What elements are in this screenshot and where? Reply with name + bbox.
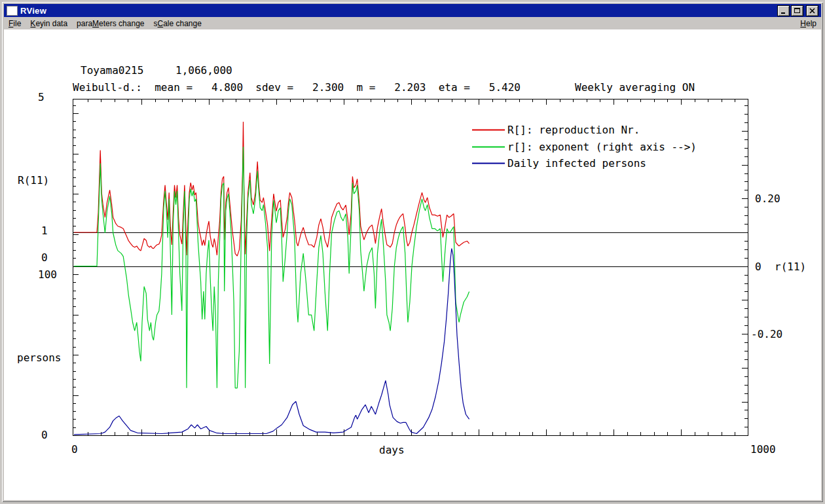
left-axis-tick-5: 5 xyxy=(38,91,45,103)
menu-item-file[interactable]: File xyxy=(4,18,26,29)
window-controls xyxy=(777,5,820,16)
legend-label: r[]: exponent (right axis -->) xyxy=(507,141,697,153)
legend-label: R[]: reproduction Nr. xyxy=(507,124,640,136)
legend-item-daily-infected-persons: Daily infected persons xyxy=(472,158,646,169)
legend-item-r: R[]: reproduction Nr. xyxy=(472,124,640,135)
chart-canvas xyxy=(4,29,821,500)
weekly-averaging-status: Weekly averaging ON xyxy=(575,81,695,94)
minimize-button[interactable] xyxy=(777,5,790,16)
right-axis-tick-020: 0.20 xyxy=(755,192,780,205)
x-axis-tick-0: 0 xyxy=(71,443,78,456)
legend-item-r: r[]: exponent (right axis -->) xyxy=(472,141,697,153)
legend-line-swatch xyxy=(472,129,505,130)
dataset-title: Toyama0215 xyxy=(81,64,143,77)
menu-item-parameters-change[interactable]: paraMeters change xyxy=(72,18,149,29)
title-bar: RView xyxy=(4,4,821,17)
minimize-icon xyxy=(780,7,787,14)
left-axis-name-R: R(11) xyxy=(18,174,49,187)
left-axis-tick-1: 1 xyxy=(41,225,48,237)
weibull-parameters: Weibull-d.: mean = 4.800 sdev = 2.300 m … xyxy=(73,81,521,94)
population-value: 1,066,000 xyxy=(175,64,232,77)
right-axis-tick-0: 0 xyxy=(755,261,761,273)
left-axis-tick-persons-0: 0 xyxy=(41,429,48,441)
menu-item-help[interactable]: Help xyxy=(796,18,821,29)
right-axis-tick-neg020: -0.20 xyxy=(751,328,782,340)
left-axis-tick-0: 0 xyxy=(41,251,48,264)
app-window: RView FileKeyin dataparaMeters changesCa… xyxy=(0,0,825,504)
maximize-button[interactable] xyxy=(791,5,803,16)
left-axis-tick-100: 100 xyxy=(38,268,57,281)
right-axis-name: r(11) xyxy=(775,261,806,273)
legend-line-swatch xyxy=(472,162,505,164)
maximize-icon xyxy=(794,7,801,14)
legend-line-swatch xyxy=(472,146,505,147)
menu-item-scale-change[interactable]: sCale change xyxy=(149,18,206,29)
menu-bar: FileKeyin dataparaMeters changesCale cha… xyxy=(4,17,821,29)
menu-item-keyin-data[interactable]: Keyin data xyxy=(26,18,72,29)
close-button[interactable] xyxy=(806,5,818,16)
x-axis-title: days xyxy=(379,444,405,456)
window-title: RView xyxy=(20,6,46,16)
legend-label: Daily infected persons xyxy=(507,157,646,170)
app-icon xyxy=(7,6,18,16)
left-axis-name-persons: persons xyxy=(17,351,61,364)
x-axis-tick-1000: 1000 xyxy=(750,443,776,456)
close-icon xyxy=(809,7,816,14)
